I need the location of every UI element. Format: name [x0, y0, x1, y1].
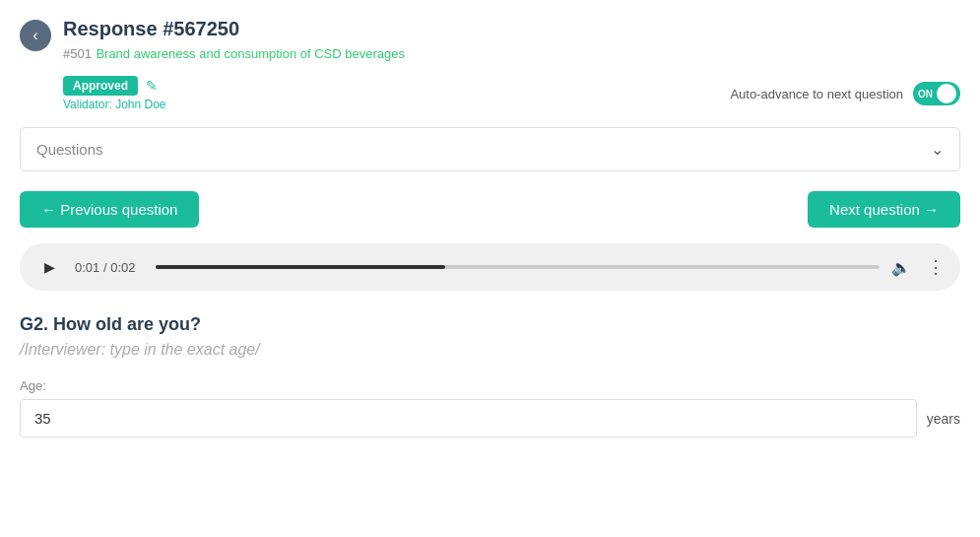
auto-advance-row: Auto-advance to next question ON: [730, 82, 960, 105]
age-input-row: years: [20, 399, 960, 437]
status-left: Approved ✎ Validator: John Doe: [63, 76, 166, 111]
volume-icon[interactable]: 🔈: [891, 258, 911, 277]
age-input[interactable]: [20, 399, 917, 437]
question-title: G2. How old are you?: [20, 314, 960, 335]
header: ‹ Response #567250 #501 Brand awareness …: [0, 0, 980, 72]
back-button[interactable]: ‹: [20, 20, 51, 51]
question-content: G2. How old are you? /Interviewer: type …: [0, 306, 980, 437]
play-button[interactable]: ▶: [35, 253, 63, 281]
survey-id: #501: [63, 46, 92, 61]
edit-icon[interactable]: ✎: [146, 78, 158, 94]
next-question-button[interactable]: Next question →: [808, 191, 960, 228]
back-icon: ‹: [33, 27, 37, 44]
header-text: Response #567250 #501 Brand awareness an…: [63, 18, 405, 62]
auto-advance-toggle[interactable]: ON: [913, 82, 960, 105]
questions-dropdown[interactable]: Questions ⌄: [20, 127, 960, 171]
chevron-down-icon: ⌄: [931, 140, 944, 159]
approved-badge: Approved: [63, 76, 138, 96]
survey-link[interactable]: Brand awareness and consumption of CSD b…: [96, 46, 405, 61]
question-subtitle: /Interviewer: type in the exact age/: [20, 341, 960, 359]
progress-bar[interactable]: [156, 265, 880, 269]
toggle-knob: [937, 84, 956, 103]
more-options-icon[interactable]: ⋮: [927, 256, 945, 278]
play-icon: ▶: [44, 259, 55, 275]
toggle-on-label: ON: [918, 89, 933, 100]
prev-question-button[interactable]: ← Previous question: [20, 191, 199, 228]
years-label: years: [927, 411, 960, 427]
age-label: Age:: [20, 378, 960, 393]
auto-advance-label: Auto-advance to next question: [730, 87, 903, 101]
validator-text: Validator: John Doe: [63, 98, 166, 111]
time-display: 0:01 / 0:02: [75, 260, 144, 275]
validator-wrap: Approved ✎ Validator: John Doe: [63, 76, 166, 111]
questions-dropdown-label: Questions: [36, 141, 103, 158]
status-row: Approved ✎ Validator: John Doe Auto-adva…: [0, 72, 980, 119]
response-title: Response #567250: [63, 18, 405, 40]
audio-player: ▶ 0:01 / 0:02 🔈 ⋮: [20, 243, 960, 291]
progress-bar-fill: [156, 265, 445, 269]
nav-buttons: ← Previous question Next question →: [0, 179, 980, 239]
